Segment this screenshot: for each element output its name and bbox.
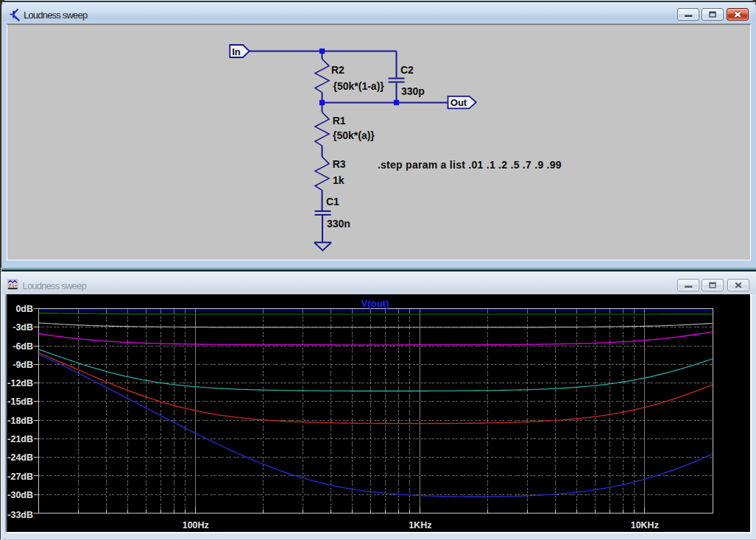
svg-text:10KHz: 10KHz — [631, 520, 659, 530]
svg-text:-18dB: -18dB — [7, 416, 33, 426]
svg-text:-12dB: -12dB — [7, 378, 33, 388]
svg-text:-27dB: -27dB — [7, 472, 33, 482]
svg-text:-21dB: -21dB — [7, 434, 33, 444]
svg-text:-6dB: -6dB — [13, 341, 33, 352]
svg-text:-30dB: -30dB — [7, 490, 33, 500]
svg-text:0dB: 0dB — [15, 304, 33, 314]
svg-text:V(out): V(out) — [361, 298, 389, 309]
svg-text:-9dB: -9dB — [13, 360, 33, 370]
svg-text:100Hz: 100Hz — [183, 520, 209, 530]
svg-text:-24dB: -24dB — [7, 452, 33, 463]
svg-text:-33dB: -33dB — [7, 510, 33, 520]
svg-text:-15dB: -15dB — [7, 397, 33, 407]
svg-text:1KHz: 1KHz — [409, 520, 431, 530]
svg-text:-3dB: -3dB — [13, 322, 33, 333]
